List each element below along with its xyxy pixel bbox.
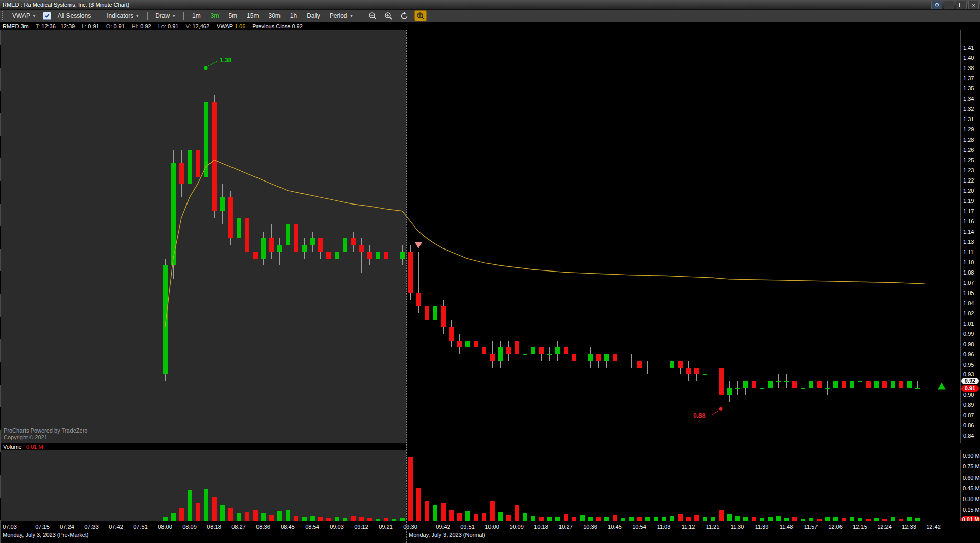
all-sessions-checkbox[interactable]: [43, 12, 51, 20]
volume-bar: [277, 511, 282, 521]
volume-bar: [351, 516, 356, 521]
timeframe-15m-button[interactable]: 15m: [244, 11, 261, 20]
candle-body: [784, 381, 789, 382]
volume-bar: [204, 489, 208, 521]
volume-bar: [654, 517, 658, 521]
price-tick-label: 1.41: [963, 44, 974, 51]
vwap-dropdown[interactable]: VWAP ▼: [10, 11, 38, 20]
auto-scale-button[interactable]: [414, 10, 427, 21]
reset-zoom-button[interactable]: [399, 11, 410, 21]
price-axis[interactable]: 1.411.401.381.371.351.341.321.311.291.28…: [960, 30, 980, 443]
candle-body: [882, 381, 887, 388]
price-tick-label: 0.99: [963, 331, 974, 337]
volume-bar: [212, 497, 217, 521]
price-tick-label: 1.05: [963, 290, 974, 296]
timeframe-1h-button[interactable]: 1h: [288, 11, 299, 20]
volume-bar: [506, 515, 511, 521]
candle-body: [703, 374, 707, 375]
time-tick-label: 10:18: [534, 524, 548, 530]
quote-info-bar: RMED 3m T:12:36 - 12:39 L:0.91 O:0.91 Hi…: [0, 22, 980, 30]
maximize-button[interactable]: [956, 1, 967, 9]
candle-body: [899, 381, 903, 388]
candle-body: [498, 347, 503, 361]
time-tick-label: 09:12: [354, 524, 368, 530]
chevron-down-icon: ▼: [32, 14, 36, 18]
price-pane[interactable]: 1.380.88 ProCharts Powered by TradeZero …: [1, 30, 960, 443]
price-tick-label: 1.32: [963, 106, 974, 112]
candle-body: [637, 361, 642, 368]
draw-dropdown[interactable]: Draw ▼: [153, 11, 178, 20]
volume-bar: [474, 514, 478, 521]
candle-body: [858, 381, 862, 382]
time-tick-label: 11:03: [657, 524, 671, 530]
high-annotation-label: 1.38: [220, 57, 232, 64]
indicators-dropdown[interactable]: Indicators ▼: [105, 11, 142, 20]
volume-bar: [269, 515, 274, 521]
low-annotation-dot: [719, 407, 723, 411]
low-field: Lo:0.91: [158, 23, 179, 29]
volume-bar: [735, 516, 740, 521]
candle-body: [801, 388, 805, 389]
volume-pane-header: Volume 0.01 M: [1, 443, 980, 450]
time-axis[interactable]: 07:0307:1507:2407:3307:4207:5108:0008:09…: [1, 521, 980, 543]
candle-body: [572, 354, 576, 361]
candle-body: [874, 381, 879, 388]
candle-body: [474, 341, 478, 347]
volume-pane-value: 0.01 M: [26, 444, 43, 450]
candle-body: [547, 354, 552, 355]
previous-close-badge: 0.92: [961, 378, 979, 384]
maximize-icon: [959, 3, 964, 7]
timeframe-3m-button[interactable]: 3m: [208, 11, 222, 20]
volume-bar: [686, 517, 691, 521]
title-bar[interactable]: RMED : Ra Medical Systems, Inc. (3 Minut…: [0, 0, 980, 10]
time-tick-label: 08:27: [231, 524, 246, 530]
candle-body: [302, 245, 307, 252]
candle-body: [506, 347, 511, 354]
price-tick-label: 0.95: [963, 361, 974, 368]
candle-body: [179, 163, 184, 184]
price-tick-label: 0.93: [963, 371, 974, 377]
zoom-out-button[interactable]: [367, 11, 378, 21]
time-tick-label: 12:06: [828, 524, 843, 530]
volume-bar: [465, 511, 470, 521]
price-tick-label: 1.16: [963, 218, 974, 224]
time-tick-label: 12:24: [877, 524, 892, 530]
timeframe-30m-button[interactable]: 30m: [266, 11, 283, 20]
volume-axis[interactable]: 0.90 M0.75 M0.60 M0.45 M0.30 M0.15 M0.01…: [960, 450, 980, 521]
time-tick-label: 10:09: [509, 524, 524, 530]
timeframe-1m-button[interactable]: 1m: [190, 11, 203, 20]
volume-bar: [531, 516, 535, 521]
zoom-in-button[interactable]: [383, 11, 394, 21]
time-tick-label: 11:21: [706, 524, 720, 530]
candlestick-chart[interactable]: 1.380.88: [1, 30, 960, 443]
candle-body: [482, 347, 486, 354]
all-sessions-label[interactable]: All Sessions: [56, 11, 93, 20]
volume-pane[interactable]: [1, 450, 960, 521]
volume-bar: [302, 517, 307, 521]
candle-body: [343, 238, 347, 252]
candle-body: [760, 388, 764, 389]
time-tick-label: 09:51: [460, 524, 475, 530]
time-tick-label: 07:15: [35, 524, 50, 530]
volume-tick-label: 0.90 M: [963, 452, 980, 459]
volume-bar: [564, 514, 568, 521]
volume-bar: [294, 516, 298, 521]
minimize-button[interactable]: –: [944, 1, 954, 9]
candle-body: [539, 347, 544, 354]
candle-body: [318, 238, 323, 252]
volume-bar: [613, 515, 617, 521]
price-tick-label: 1.08: [963, 269, 974, 276]
draw-dropdown-label: Draw: [155, 12, 170, 19]
time-tick-label: 12:15: [853, 524, 867, 530]
settings-gear-icon[interactable]: ⚙: [931, 1, 942, 9]
volume-bar: [237, 513, 241, 521]
close-button[interactable]: ×: [968, 1, 979, 9]
timeframe-5m-button[interactable]: 5m: [226, 11, 240, 20]
timeframe-daily-button[interactable]: Daily: [304, 11, 323, 20]
time-tick-label: 07:33: [84, 524, 99, 530]
candle-body: [163, 265, 168, 374]
vwap-line: [165, 160, 925, 327]
volume-chart[interactable]: [1, 450, 960, 521]
toolbar-grip-handle[interactable]: [2, 11, 5, 20]
period-dropdown[interactable]: Period ▼: [328, 11, 356, 20]
